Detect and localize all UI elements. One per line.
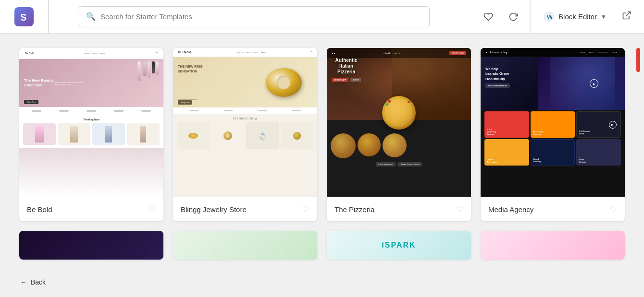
mid-separator [530,0,531,34]
template-card-pizzeria[interactable]: ● ● thePizzeria ORDER NOW AuthenticItali… [327,48,471,221]
search-bar[interactable]: 🔍 [79,6,430,27]
template-card-agency[interactable]: ▲ Advertising HOMEABOUTSERVICESCONTACT W… [481,48,625,221]
logo-icon: S [14,7,34,26]
external-link-button[interactable] [619,8,634,25]
template-name-agency: Media Agency [488,205,533,214]
topbar: S 🔍 Block Editor ▼ [0,0,644,34]
block-editor-label: Block Editor [558,12,597,21]
template-card-jewelry[interactable]: BLINGG RINGSSETSGIFTSALE ☰ THE NEW RINGS… [173,48,317,221]
refresh-button[interactable] [505,8,522,25]
template-card-bottom-1[interactable] [19,231,163,260]
main-content: Be Bold ☰ The New BeautyCollection Explo… [0,34,644,297]
templates-grid-bottom: iSPARK [19,231,625,260]
template-card-be-bold[interactable]: Be Bold ☰ The New BeautyCollection Explo… [19,48,163,221]
scroll-indicator[interactable] [636,48,640,72]
logo: S [10,7,38,26]
favorite-button-be-bold[interactable]: ♡ [148,204,156,214]
template-thumbnail-be-bold: Be Bold ☰ The New BeautyCollection Explo… [19,48,163,197]
block-editor-button[interactable]: Block Editor ▼ [538,8,611,25]
template-name-pizzeria: The Pizzeria [334,205,374,214]
template-footer-be-bold: Be Bold ♡ [19,197,163,221]
template-name-jewelry: Blingg Jewelry Store [181,205,247,214]
back-button[interactable]: ← Back [14,274,51,290]
templates-grid: Be Bold ☰ The New BeautyCollection Explo… [19,48,625,221]
back-label: Back [31,278,46,286]
template-footer-jewelry: Blingg Jewelry Store ♡ [173,197,317,221]
search-icon: 🔍 [86,12,96,21]
template-thumbnail-jewelry: BLINGG RINGSSETSGIFTSALE ☰ THE NEW RINGS… [173,48,317,197]
topbar-actions: Block Editor ▼ [480,0,634,34]
svg-line-3 [626,12,630,16]
favorites-button[interactable] [480,8,497,25]
template-footer-pizzeria: The Pizzeria ♡ [327,197,471,221]
favorite-button-pizzeria[interactable]: ♡ [456,204,463,214]
template-card-bottom-4[interactable] [481,231,625,260]
template-card-bottom-3[interactable]: iSPARK [327,231,471,260]
wordpress-icon [543,11,555,23]
template-thumbnail-pizzeria: ● ● thePizzeria ORDER NOW AuthenticItali… [327,48,471,197]
svg-text:S: S [20,12,26,23]
favorite-button-agency[interactable]: ♡ [609,204,617,214]
template-thumbnail-agency: ▲ Advertising HOMEABOUTSERVICESCONTACT W… [481,48,625,197]
template-footer-agency: Media Agency ♡ [481,197,625,221]
template-card-bottom-2[interactable] [173,231,317,260]
back-arrow-icon: ← [20,278,27,286]
search-input[interactable] [100,12,422,21]
favorite-button-jewelry[interactable]: ♡ [302,204,310,214]
logo-separator [48,0,49,34]
chevron-down-icon: ▼ [601,13,607,20]
template-name-be-bold: Be Bold [27,205,52,214]
